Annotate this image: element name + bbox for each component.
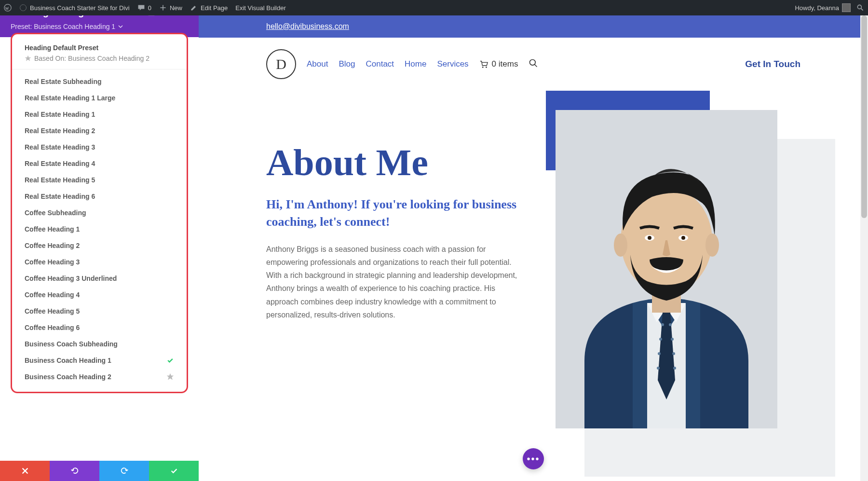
preset-item-label: Real Estate Heading 2	[25, 127, 95, 135]
new-text: New	[170, 4, 182, 12]
exit-vb-link[interactable]: Exit Visual Builder	[235, 4, 286, 12]
preset-item[interactable]: Coffee Heading 6	[12, 319, 187, 336]
page-title: About Me	[266, 144, 527, 181]
preset-item[interactable]: Coffee Heading 1	[12, 221, 187, 237]
preset-item-label: Coffee Heading 5	[25, 307, 80, 315]
contact-email-link[interactable]: hello@divibusiness.com	[266, 22, 349, 31]
preset-selector[interactable]: Preset: Business Coach Heading 1	[11, 23, 188, 30]
preset-item[interactable]: Real Estate Heading 6	[12, 188, 187, 205]
hero-section: About Me Hi, I'm Anthony! If you're look…	[199, 91, 868, 428]
hero-image-wrap	[556, 110, 806, 428]
default-preset-item[interactable]: Heading Default Preset	[25, 44, 174, 52]
cart-count: 0 items	[492, 59, 518, 69]
nav-link[interactable]: Blog	[339, 59, 355, 69]
svg-point-14	[661, 323, 664, 326]
svg-point-25	[705, 234, 719, 257]
nav-row: D AboutBlogContactHomeServices 0 items G…	[199, 38, 868, 91]
page-subtitle: Hi, I'm Anthony! If you're looking for b…	[266, 196, 527, 231]
preset-item[interactable]: Business Coach Subheading	[12, 336, 187, 352]
page-body: Anthony Briggs is a seasoned business co…	[266, 243, 527, 321]
preset-item[interactable]: Real Estate Heading 2	[12, 123, 187, 139]
preset-list: Real Estate SubheadingReal Estate Headin…	[12, 69, 187, 385]
svg-point-17	[671, 338, 674, 341]
get-in-touch-button[interactable]: Get In Touch	[745, 59, 800, 69]
preset-item-label: Real Estate Heading 6	[25, 192, 95, 200]
preset-item[interactable]: Coffee Subheading	[12, 205, 187, 221]
preset-item-label: Coffee Heading 2	[25, 242, 80, 249]
nav-link[interactable]: Contact	[366, 59, 394, 69]
preset-item[interactable]: Business Coach Heading 2	[12, 369, 187, 385]
wp-admin-bar: Business Coach Starter Site for Divi 0 N…	[0, 0, 868, 15]
svg-point-12	[530, 60, 536, 66]
edit-page-text: Edit Page	[201, 4, 228, 12]
divi-fab[interactable]: •••	[523, 448, 544, 469]
cart-icon	[479, 60, 488, 69]
top-bar: hello@divibusiness.com	[199, 15, 868, 38]
avatar	[842, 3, 851, 12]
scrollbar[interactable]	[860, 15, 868, 481]
undo-button[interactable]	[50, 461, 99, 481]
nav-links: AboutBlogContactHomeServices	[307, 59, 469, 69]
preset-item-label: Coffee Subheading	[25, 209, 86, 217]
portrait-image	[556, 110, 777, 428]
preset-item[interactable]: Coffee Heading 3 Underlined	[12, 270, 187, 287]
exit-vb-text: Exit Visual Builder	[235, 4, 286, 12]
preset-item[interactable]: Real Estate Heading 1	[12, 106, 187, 123]
new-link[interactable]: New	[159, 4, 182, 12]
site-name-link[interactable]: Business Coach Starter Site for Divi	[19, 4, 130, 12]
preset-item-label: Business Coach Heading 1	[25, 357, 111, 364]
search-icon[interactable]	[529, 58, 538, 70]
preset-item-label: Coffee Heading 3 Underlined	[25, 275, 117, 282]
howdy-text: Howdy, Deanna	[795, 4, 839, 12]
svg-point-20	[657, 367, 660, 370]
preset-item[interactable]: Coffee Heading 4	[12, 287, 187, 303]
preset-item[interactable]: Business Coach Heading 1	[12, 352, 187, 369]
wp-logo[interactable]	[4, 4, 12, 12]
howdy-link[interactable]: Howdy, Deanna	[795, 3, 851, 12]
svg-point-29	[681, 236, 685, 240]
comments-link[interactable]: 0	[137, 4, 151, 12]
star-icon	[25, 55, 31, 62]
edit-page-link[interactable]: Edit Page	[190, 4, 228, 12]
check-icon	[166, 357, 174, 364]
preset-item-label: Real Estate Heading 1	[25, 110, 95, 118]
preset-item[interactable]: Real Estate Heading 1 Large	[12, 90, 187, 106]
scrollbar-thumb[interactable]	[861, 15, 867, 218]
preset-item[interactable]: Real Estate Heading 5	[12, 172, 187, 188]
svg-point-21	[673, 367, 676, 370]
preset-item-label: Real Estate Heading 3	[25, 143, 95, 151]
save-button[interactable]	[149, 461, 199, 481]
nav-link[interactable]: Home	[405, 59, 426, 69]
nav-link[interactable]: About	[307, 59, 328, 69]
preset-item-label: Business Coach Heading 2	[25, 373, 111, 381]
star-icon	[166, 373, 174, 381]
preset-label: Preset: Business Coach Heading 1	[11, 23, 115, 30]
svg-point-1	[20, 5, 27, 11]
preset-item-label: Real Estate Heading 1 Large	[25, 94, 115, 102]
svg-point-11	[486, 67, 487, 68]
preset-item[interactable]: Coffee Heading 5	[12, 303, 187, 319]
svg-point-16	[659, 338, 662, 341]
preset-item-label: Business Coach Subheading	[25, 340, 118, 348]
cancel-button[interactable]	[0, 461, 50, 481]
based-on-label: Based On: Business Coach Heading 2	[25, 55, 174, 62]
preset-item[interactable]: Real Estate Heading 3	[12, 139, 187, 155]
nav-link[interactable]: Services	[437, 59, 468, 69]
svg-point-10	[482, 67, 483, 68]
settings-panel: Heading Settings Preset: Business Coach …	[0, 0, 199, 481]
admin-search-icon[interactable]	[856, 4, 864, 12]
preset-item-label: Real Estate Heading 5	[25, 176, 95, 184]
settings-footer	[0, 461, 199, 481]
redo-button[interactable]	[99, 461, 149, 481]
preset-item[interactable]: Coffee Heading 3	[12, 254, 187, 270]
preset-item[interactable]: Coffee Heading 2	[12, 237, 187, 254]
site-name-text: Business Coach Starter Site for Divi	[30, 4, 130, 12]
cart-link[interactable]: 0 items	[479, 59, 518, 69]
ellipsis-icon: •••	[527, 454, 540, 465]
preset-item-label: Coffee Heading 1	[25, 225, 80, 233]
preset-item[interactable]: Real Estate Subheading	[12, 73, 187, 90]
comments-count: 0	[148, 4, 151, 12]
preset-item[interactable]: Real Estate Heading 4	[12, 155, 187, 172]
chevron-down-icon	[118, 24, 123, 29]
site-logo[interactable]: D	[266, 49, 296, 79]
